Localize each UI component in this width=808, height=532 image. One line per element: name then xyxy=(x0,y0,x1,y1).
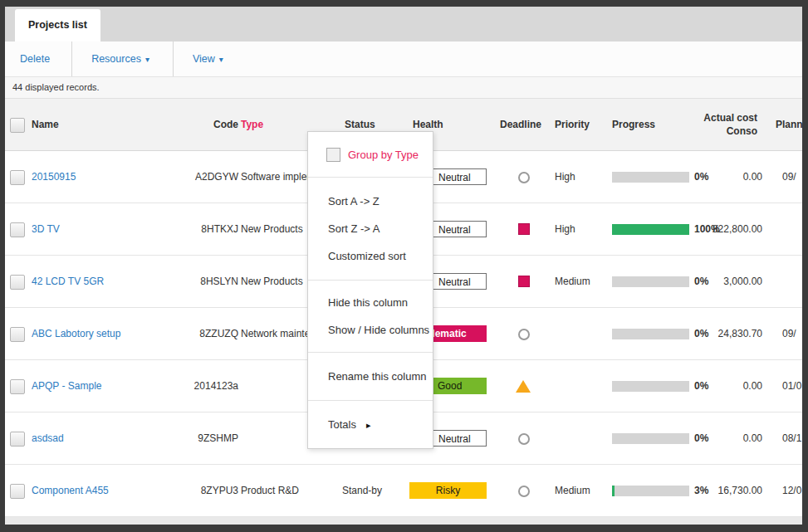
menu-item-customized-sort[interactable]: Customized sort xyxy=(308,242,433,270)
toolbar-divider xyxy=(71,41,72,76)
row-checkbox[interactable] xyxy=(10,379,25,394)
priority-cell: High xyxy=(555,151,575,203)
code-cell: 8ZZUZQ xyxy=(154,308,238,359)
actual-cost-header-lines: Actual costConso xyxy=(703,111,757,138)
health-badge: Neutral xyxy=(432,168,487,185)
menu-item-sort-a-z[interactable]: Sort A -> Z xyxy=(308,188,433,215)
menu-item-group-by-type[interactable]: Group by Type xyxy=(308,132,433,177)
records-count: 44 displayed records. xyxy=(5,77,802,99)
project-name-link[interactable]: 3D TV xyxy=(32,203,60,255)
menu-item-sort-z-a[interactable]: Sort Z -> A xyxy=(308,215,433,242)
type-cell: New Products xyxy=(241,203,303,255)
deadline-square-icon xyxy=(518,276,530,287)
code-cell: 8HTKXJ xyxy=(154,203,238,255)
actual-cost-cell: 24,830.70 xyxy=(666,308,762,359)
select-all-checkbox[interactable] xyxy=(10,118,25,133)
row-checkbox[interactable] xyxy=(10,275,25,290)
project-name-link[interactable]: asdsad xyxy=(32,412,64,464)
menu-item-hide-this-column[interactable]: Hide this column xyxy=(308,289,433,316)
column-header-type[interactable]: Type xyxy=(241,99,263,150)
code-cell: 2014123a xyxy=(154,360,238,412)
health-badge: Neutral xyxy=(432,273,487,290)
progress-fill xyxy=(612,486,615,496)
code-cell: 8HSLYN xyxy=(154,256,238,307)
column-header-planned[interactable]: Planned xyxy=(776,99,802,150)
priority-cell: Medium xyxy=(555,256,590,307)
menu-item-rename-this-column[interactable]: Rename this column xyxy=(308,363,433,390)
deadline-circle-icon xyxy=(518,486,530,497)
column-header-code[interactable]: Code xyxy=(154,99,238,150)
type-cell: Software implem xyxy=(241,151,315,203)
health-badge: Good xyxy=(432,378,487,394)
type-cell: Network mainten xyxy=(241,308,316,359)
toolbar: Delete Resources▾ View▾ xyxy=(5,41,802,77)
row-checkbox[interactable] xyxy=(10,170,25,185)
row-checkbox[interactable] xyxy=(10,222,25,237)
actual-cost-cell: 16,730.00 xyxy=(666,465,762,516)
column-context-menu: Group by Type Sort A -> Z Sort Z -> A Cu… xyxy=(307,131,433,449)
code-cell: 8ZYPU3 xyxy=(154,465,238,516)
chevron-down-icon: ▾ xyxy=(219,55,223,64)
project-name-link[interactable]: ABC Labotory setup xyxy=(32,308,120,359)
app-window: Projects list Delete Resources▾ View▾ 44… xyxy=(0,0,808,532)
code-cell: A2DGYW xyxy=(154,151,238,203)
group-by-checkbox[interactable] xyxy=(326,148,340,162)
column-header-progress[interactable]: Progress xyxy=(612,99,655,150)
health-badge: Neutral xyxy=(432,221,487,237)
column-header-name[interactable]: Name xyxy=(32,99,59,150)
deadline-triangle-icon xyxy=(516,380,531,393)
deadline-circle-icon xyxy=(518,433,530,445)
planned-cell: 08/1 xyxy=(782,412,801,464)
menu-item-totals[interactable]: Totals▸ xyxy=(308,411,433,438)
actual-cost-cell: 3,000.00 xyxy=(666,256,762,307)
project-name-link[interactable]: 20150915 xyxy=(32,151,76,203)
toolbar-divider xyxy=(173,41,174,76)
actual-cost-cell: 822,800.00 xyxy=(666,203,762,255)
actual-cost-cell: 0.00 xyxy=(666,360,762,412)
row-checkbox[interactable] xyxy=(10,432,25,447)
menu-totals-section: Totals▸ xyxy=(308,401,433,448)
priority-cell: Medium xyxy=(555,465,590,516)
deadline-circle-icon xyxy=(518,172,530,183)
status-cell: Stand-by xyxy=(342,465,382,516)
resources-label: Resources xyxy=(91,53,141,65)
totals-label: Totals xyxy=(328,418,356,431)
project-name-link[interactable]: 42 LCD TV 5GR xyxy=(32,256,104,307)
planned-cell: 12/0 xyxy=(782,465,801,516)
type-cell: New Products xyxy=(241,256,303,307)
view-label: View xyxy=(193,53,215,65)
column-header-priority[interactable]: Priority xyxy=(555,99,590,150)
health-badge: Risky xyxy=(409,482,487,499)
planned-cell: 09/ xyxy=(782,308,796,359)
delete-button[interactable]: Delete xyxy=(20,53,50,65)
menu-rename-section: Rename this column xyxy=(308,353,433,400)
menu-sort-section: Sort A -> Z Sort Z -> A Customized sort xyxy=(308,178,433,280)
planned-cell: 01/0 xyxy=(782,360,801,412)
chevron-down-icon: ▾ xyxy=(145,55,149,64)
type-cell: Product R&D xyxy=(241,465,299,516)
projects-list-screen: Projects list Delete Resources▾ View▾ 44… xyxy=(5,7,802,525)
tab-bar: Projects list xyxy=(5,7,802,41)
health-badge: Neutral xyxy=(432,430,487,447)
row-checkbox[interactable] xyxy=(10,484,25,499)
table-footer-strip xyxy=(5,517,802,525)
deadline-circle-icon xyxy=(518,329,530,340)
planned-cell: 09/ xyxy=(782,151,796,203)
view-menu-button[interactable]: View▾ xyxy=(193,53,223,65)
submenu-arrow-icon: ▸ xyxy=(366,420,371,430)
deadline-square-icon xyxy=(518,223,530,235)
resources-menu-button[interactable]: Resources▾ xyxy=(91,53,149,65)
actual-cost-cell: 0.00 xyxy=(666,412,762,464)
column-header-actual-cost[interactable]: Actual costConso xyxy=(653,99,757,150)
row-checkbox[interactable] xyxy=(10,327,25,342)
actual-cost-cell: 0.00 xyxy=(666,151,762,203)
project-name-link[interactable]: APQP - Sample xyxy=(32,360,101,412)
project-name-link[interactable]: Component A455 xyxy=(32,465,109,516)
group-by-label: Group by Type xyxy=(348,149,419,161)
column-header-deadline[interactable]: Deadline xyxy=(470,99,541,150)
table-row: Component A455 8ZYPU3 Product R&D Stand-… xyxy=(5,465,802,517)
menu-item-show-hide-columns[interactable]: Show / Hide columns xyxy=(308,316,433,344)
tab-projects-list[interactable]: Projects list xyxy=(15,9,100,41)
menu-columns-section: Hide this column Show / Hide columns xyxy=(308,281,433,352)
code-cell: 9ZSHMP xyxy=(154,412,238,464)
